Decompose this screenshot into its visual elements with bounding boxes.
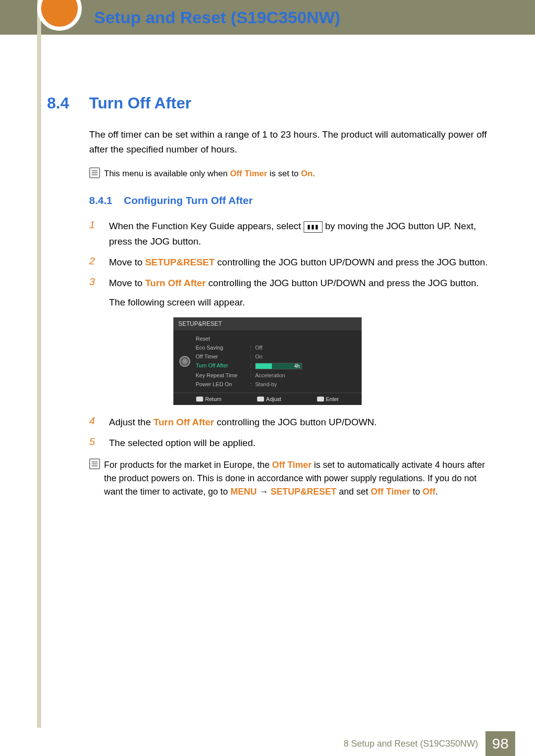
note-text: For products for the market in Europe, t… — [104, 458, 488, 499]
step-text: When the Function Key Guide appears, sel… — [109, 219, 488, 249]
osd-slider: 4h — [255, 363, 302, 369]
note-text: This menu is available only when Off Tim… — [104, 167, 315, 180]
step-number: 2 — [89, 255, 109, 267]
osd-return-button: Return — [196, 396, 221, 402]
gear-icon — [179, 356, 190, 367]
step-2: 2 Move to SETUP&RESET controlling the JO… — [89, 255, 488, 270]
osd-row-keyrepeat: Key Repeat Time : Acceleration — [196, 371, 362, 380]
osd-enter-button: Enter — [317, 396, 339, 402]
step-number: 4 — [89, 415, 109, 427]
note-icon — [89, 458, 104, 469]
step-number: 3 — [89, 276, 109, 288]
step-number: 1 — [89, 219, 109, 231]
osd-footer: Return Adjust Enter — [173, 393, 362, 405]
osd-row-powerled: Power LED On : Stand-by — [196, 380, 362, 389]
osd-body: Reset Eco Saving : Off Off Timer : On Tu… — [173, 330, 362, 393]
page-title: Setup and Reset (S19C350NW) — [94, 8, 340, 27]
subsection-heading: 8.4.1 Configuring Turn Off After — [89, 195, 488, 206]
step-number: 5 — [89, 436, 109, 448]
footer-chapter-label: 8 Setup and Reset (S19C350NW) — [344, 739, 478, 749]
step-text: Move to SETUP&RESET controlling the JOG … — [109, 255, 488, 270]
osd-title: SETUP&RESET — [173, 317, 362, 330]
step-3: 3 Move to Turn Off After controlling the… — [89, 276, 488, 310]
subsection-number: 8.4.1 — [89, 195, 124, 206]
note-icon — [89, 167, 104, 178]
section-number: 8.4 — [47, 94, 89, 112]
chapter-circle-icon — [37, 0, 82, 31]
side-accent-bar — [37, 0, 41, 728]
section-title: Turn Off After — [89, 94, 191, 112]
step-text: The selected option will be applied. — [109, 436, 256, 451]
step-5: 5 The selected option will be applied. — [89, 436, 488, 451]
top-bar: Setup and Reset (S19C350NW) — [0, 0, 535, 35]
osd-row-offtimer: Off Timer : On — [196, 352, 362, 361]
footer-page-number: 98 — [485, 731, 515, 756]
osd-row-reset: Reset — [196, 334, 362, 343]
note-block: This menu is available only when Off Tim… — [89, 167, 488, 180]
osd-gear-column — [173, 334, 196, 389]
enter-icon — [317, 397, 324, 402]
arrow-icon: → — [257, 487, 270, 497]
subsection-title: Configuring Turn Off After — [124, 195, 253, 206]
menu-icon: ▮▮▮ — [304, 221, 322, 233]
section-heading: 8.4 Turn Off After — [47, 94, 488, 112]
osd-adjust-button: Adjust — [257, 396, 281, 402]
step-1: 1 When the Function Key Guide appears, s… — [89, 219, 488, 249]
content-area: 8.4 Turn Off After The off timer can be … — [0, 94, 535, 499]
return-icon — [196, 397, 203, 402]
note-block-2: For products for the market in Europe, t… — [89, 458, 488, 499]
osd-row-eco: Eco Saving : Off — [196, 343, 362, 352]
osd-row-turnoffafter: Turn Off After : 4h — [196, 361, 362, 371]
osd-items: Reset Eco Saving : Off Off Timer : On Tu… — [196, 334, 362, 389]
step-text: Move to Turn Off After controlling the J… — [109, 276, 479, 310]
step-4: 4 Adjust the Turn Off After controlling … — [89, 415, 488, 430]
section-intro: The off timer can be set within a range … — [89, 127, 488, 157]
step-text: Adjust the Turn Off After controlling th… — [109, 415, 377, 430]
page-footer: 8 Setup and Reset (S19C350NW) 98 — [0, 731, 535, 756]
adjust-icon — [257, 397, 264, 402]
osd-screenshot: SETUP&RESET Reset Eco Saving : Off Off T… — [173, 317, 362, 405]
